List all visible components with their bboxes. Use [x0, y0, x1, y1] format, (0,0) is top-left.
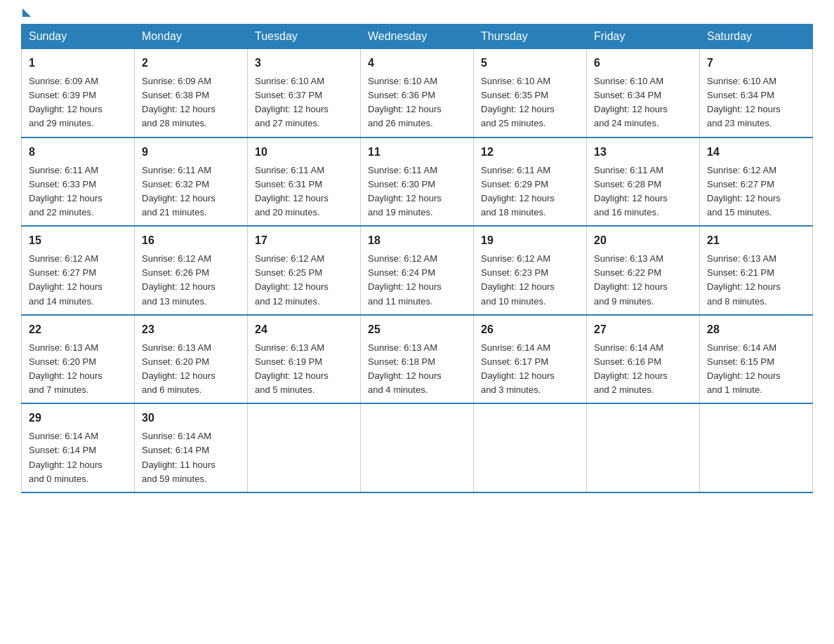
- day-number: 22: [29, 321, 127, 338]
- day-number: 18: [368, 232, 466, 249]
- day-info: Sunrise: 6:11 AMSunset: 6:32 PMDaylight:…: [142, 163, 240, 220]
- sunset-text: Sunset: 6:27 PM: [707, 179, 774, 189]
- calendar-day-cell: 21Sunrise: 6:13 AMSunset: 6:21 PMDayligh…: [700, 226, 813, 315]
- daylight-label: Daylight: 12 hours: [255, 281, 329, 292]
- calendar-day-cell: 13Sunrise: 6:11 AMSunset: 6:28 PMDayligh…: [587, 137, 700, 227]
- calendar-day-cell: 10Sunrise: 6:11 AMSunset: 6:31 PMDayligh…: [248, 137, 361, 227]
- day-info: Sunrise: 6:12 AMSunset: 6:23 PMDaylight:…: [481, 252, 579, 309]
- sunset-text: Sunset: 6:34 PM: [594, 90, 661, 100]
- daylight-minutes: and 8 minutes.: [707, 296, 767, 307]
- sunset-text: Sunset: 6:14 PM: [142, 445, 209, 455]
- daylight-label: Daylight: 12 hours: [707, 193, 781, 203]
- day-info: Sunrise: 6:11 AMSunset: 6:31 PMDaylight:…: [255, 163, 353, 220]
- sunrise-text: Sunrise: 6:13 AM: [255, 342, 324, 353]
- daylight-minutes: and 6 minutes.: [142, 384, 201, 395]
- day-info: Sunrise: 6:13 AMSunset: 6:19 PMDaylight:…: [255, 341, 353, 398]
- calendar-day-cell: 3Sunrise: 6:10 AMSunset: 6:37 PMDaylight…: [248, 49, 361, 137]
- daylight-label: Daylight: 12 hours: [29, 193, 102, 203]
- sunrise-text: Sunrise: 6:11 AM: [368, 165, 437, 175]
- daylight-label: Daylight: 12 hours: [594, 104, 668, 114]
- day-number: 3: [255, 55, 353, 72]
- daylight-minutes: and 22 minutes.: [29, 207, 94, 217]
- daylight-minutes: and 25 minutes.: [481, 118, 546, 128]
- sunrise-text: Sunrise: 6:13 AM: [368, 342, 437, 353]
- logo: [21, 14, 31, 17]
- weekday-header-monday: Monday: [135, 25, 248, 49]
- logo-triangle-icon: [22, 8, 31, 17]
- day-info: Sunrise: 6:14 AMSunset: 6:17 PMDaylight:…: [481, 341, 579, 398]
- day-number: 15: [29, 232, 127, 249]
- sunset-text: Sunset: 6:23 PM: [481, 267, 548, 278]
- daylight-label: Daylight: 12 hours: [481, 281, 555, 292]
- daylight-minutes: and 2 minutes.: [594, 384, 654, 395]
- day-info: Sunrise: 6:14 AMSunset: 6:14 PMDaylight:…: [142, 429, 240, 486]
- sunrise-text: Sunrise: 6:13 AM: [594, 253, 663, 264]
- day-info: Sunrise: 6:14 AMSunset: 6:14 PMDaylight:…: [29, 429, 127, 486]
- day-info: Sunrise: 6:10 AMSunset: 6:34 PMDaylight:…: [707, 74, 805, 131]
- sunset-text: Sunset: 6:24 PM: [368, 267, 435, 278]
- daylight-minutes: and 9 minutes.: [594, 296, 654, 307]
- daylight-label: Daylight: 12 hours: [368, 370, 442, 381]
- sunrise-text: Sunrise: 6:11 AM: [594, 165, 663, 175]
- day-number: 6: [594, 55, 692, 72]
- daylight-label: Daylight: 12 hours: [481, 370, 555, 381]
- calendar-week-row: 29Sunrise: 6:14 AMSunset: 6:14 PMDayligh…: [22, 403, 813, 492]
- calendar-day-cell: 30Sunrise: 6:14 AMSunset: 6:14 PMDayligh…: [135, 403, 248, 492]
- daylight-label: Daylight: 12 hours: [255, 104, 329, 114]
- day-info: Sunrise: 6:13 AMSunset: 6:22 PMDaylight:…: [594, 252, 692, 309]
- calendar-week-row: 1Sunrise: 6:09 AMSunset: 6:39 PMDaylight…: [22, 49, 813, 137]
- sunrise-text: Sunrise: 6:10 AM: [368, 76, 437, 86]
- daylight-label: Daylight: 11 hours: [142, 459, 216, 470]
- sunrise-text: Sunrise: 6:10 AM: [481, 76, 550, 86]
- day-number: 14: [707, 144, 805, 161]
- day-number: 30: [142, 410, 240, 427]
- calendar-week-row: 22Sunrise: 6:13 AMSunset: 6:20 PMDayligh…: [22, 315, 813, 404]
- calendar-day-cell: 20Sunrise: 6:13 AMSunset: 6:22 PMDayligh…: [587, 226, 700, 315]
- weekday-header-thursday: Thursday: [474, 25, 587, 49]
- day-info: Sunrise: 6:12 AMSunset: 6:27 PMDaylight:…: [29, 252, 127, 309]
- sunset-text: Sunset: 6:18 PM: [368, 356, 435, 367]
- calendar-day-cell: 6Sunrise: 6:10 AMSunset: 6:34 PMDaylight…: [587, 49, 700, 137]
- sunset-text: Sunset: 6:37 PM: [255, 90, 322, 100]
- day-info: Sunrise: 6:14 AMSunset: 6:15 PMDaylight:…: [707, 341, 805, 398]
- daylight-label: Daylight: 12 hours: [707, 370, 781, 381]
- day-number: 24: [255, 321, 353, 338]
- daylight-minutes: and 1 minute.: [707, 384, 762, 395]
- daylight-minutes: and 13 minutes.: [142, 296, 207, 307]
- sunset-text: Sunset: 6:16 PM: [594, 356, 661, 367]
- sunset-text: Sunset: 6:34 PM: [707, 90, 774, 100]
- day-info: Sunrise: 6:11 AMSunset: 6:28 PMDaylight:…: [594, 163, 692, 220]
- day-number: 27: [594, 321, 692, 338]
- day-info: Sunrise: 6:10 AMSunset: 6:37 PMDaylight:…: [255, 74, 353, 131]
- sunrise-text: Sunrise: 6:12 AM: [29, 253, 98, 264]
- daylight-label: Daylight: 12 hours: [29, 459, 102, 470]
- page-header: [21, 14, 813, 17]
- daylight-label: Daylight: 12 hours: [594, 193, 668, 203]
- calendar-day-cell: [587, 403, 700, 492]
- daylight-minutes: and 4 minutes.: [368, 384, 428, 395]
- day-info: Sunrise: 6:13 AMSunset: 6:21 PMDaylight:…: [707, 252, 805, 309]
- sunrise-text: Sunrise: 6:14 AM: [142, 431, 211, 441]
- calendar-day-cell: [474, 403, 587, 492]
- sunset-text: Sunset: 6:30 PM: [368, 179, 435, 189]
- daylight-minutes: and 19 minutes.: [368, 207, 433, 217]
- daylight-minutes: and 10 minutes.: [481, 296, 546, 307]
- daylight-label: Daylight: 12 hours: [707, 281, 781, 292]
- calendar-day-cell: 7Sunrise: 6:10 AMSunset: 6:34 PMDaylight…: [700, 49, 813, 137]
- day-number: 4: [368, 55, 466, 72]
- calendar-day-cell: 15Sunrise: 6:12 AMSunset: 6:27 PMDayligh…: [22, 226, 135, 315]
- daylight-minutes: and 18 minutes.: [481, 207, 546, 217]
- day-info: Sunrise: 6:11 AMSunset: 6:30 PMDaylight:…: [368, 163, 466, 220]
- day-number: 26: [481, 321, 579, 338]
- sunrise-text: Sunrise: 6:12 AM: [707, 165, 776, 175]
- daylight-minutes: and 3 minutes.: [481, 384, 541, 395]
- sunset-text: Sunset: 6:20 PM: [142, 356, 209, 367]
- weekday-header-wednesday: Wednesday: [361, 25, 474, 49]
- sunrise-text: Sunrise: 6:10 AM: [707, 76, 776, 86]
- weekday-header-friday: Friday: [587, 25, 700, 49]
- sunrise-text: Sunrise: 6:14 AM: [29, 431, 98, 441]
- calendar-day-cell: 18Sunrise: 6:12 AMSunset: 6:24 PMDayligh…: [361, 226, 474, 315]
- calendar-day-cell: 14Sunrise: 6:12 AMSunset: 6:27 PMDayligh…: [700, 137, 813, 227]
- sunset-text: Sunset: 6:36 PM: [368, 90, 435, 100]
- day-number: 25: [368, 321, 466, 338]
